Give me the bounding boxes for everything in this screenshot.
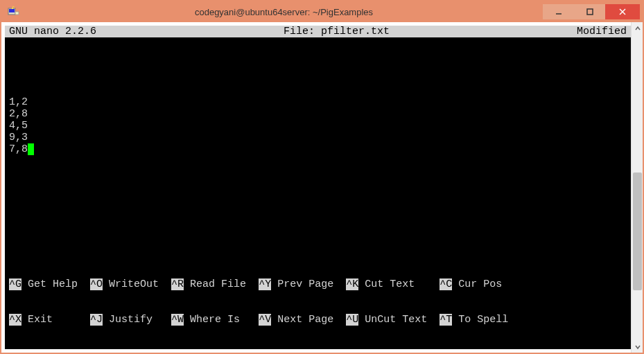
maximize-button[interactable]	[574, 4, 605, 19]
nano-header: GNU nano 2.2.6 File: pfilter.txt Modifie…	[5, 26, 631, 37]
shortcut-key: ^U	[346, 314, 358, 326]
shortcut-key: ^G	[9, 278, 21, 290]
titlebar[interactable]: codegyani@ubuntu64server: ~/PigExamples	[1, 1, 643, 22]
terminal[interactable]: GNU nano 2.2.6 File: pfilter.txt Modifie…	[5, 26, 631, 349]
shortcut-key: ^K	[346, 278, 358, 290]
shortcut-label: Exit	[21, 314, 90, 326]
editor-line: 2,8	[9, 108, 627, 120]
shortcut-key: ^J	[90, 314, 103, 326]
nano-modified: Modified	[577, 26, 627, 37]
shortcut-label: UnCut Text	[358, 314, 440, 326]
window-title: codegyani@ubuntu64server: ~/PigExamples	[25, 7, 543, 17]
shortcut-row: ^G Get Help ^O WriteOut ^R Read File ^Y …	[9, 278, 627, 290]
scrollbar-thumb[interactable]	[633, 172, 642, 290]
shortcut-label: Where Is	[184, 314, 259, 326]
scrollbar-track[interactable]	[632, 34, 643, 341]
shortcut-key: ^X	[9, 314, 21, 326]
window-controls	[543, 4, 640, 19]
nano-shortcuts: ^G Get Help ^O WriteOut ^R Read File ^Y …	[5, 255, 631, 349]
shortcut-label: Cut Text	[358, 278, 440, 290]
shortcut-label: Justify	[103, 314, 171, 326]
svg-rect-6	[587, 9, 593, 15]
window-frame: codegyani@ubuntu64server: ~/PigExamples …	[0, 0, 644, 354]
shortcut-key: ^R	[171, 278, 184, 290]
shortcut-label: Cur Pos	[452, 278, 521, 290]
minimize-button[interactable]	[543, 4, 574, 19]
svg-rect-2	[12, 8, 13, 9]
editor-line: 1,2	[9, 96, 627, 108]
shortcut-key: ^Y	[259, 278, 271, 290]
svg-rect-1	[9, 9, 15, 12]
shortcut-label: WriteOut	[103, 278, 171, 290]
svg-line-3	[12, 6, 15, 8]
editor-line: 7,8	[9, 143, 627, 155]
shortcut-label: Read File	[184, 278, 259, 290]
svg-rect-4	[15, 12, 19, 15]
shortcut-key: ^V	[259, 314, 271, 326]
shortcut-label: Get Help	[21, 278, 90, 290]
shortcut-row: ^X Exit ^J Justify ^W Where Is ^V Next P…	[9, 314, 627, 326]
shortcut-key: ^W	[171, 314, 184, 326]
editor-line: 9,3	[9, 132, 627, 143]
shortcut-label: Prev Page	[271, 278, 346, 290]
shortcut-label: To Spell	[452, 314, 521, 326]
client-area: GNU nano 2.2.6 File: pfilter.txt Modifie…	[1, 22, 643, 353]
scroll-down-button[interactable]	[632, 341, 643, 353]
close-button[interactable]	[605, 4, 640, 19]
nano-filename: File: pfilter.txt	[96, 26, 577, 37]
putty-icon	[7, 6, 19, 18]
shortcut-key: ^C	[440, 278, 452, 290]
shortcut-key: ^T	[440, 314, 452, 326]
scroll-up-button[interactable]	[632, 22, 643, 34]
shortcut-label: Next Page	[271, 314, 346, 326]
editor-body[interactable]: 1,22,84,59,37,8	[5, 37, 631, 179]
editor-line: 4,5	[9, 120, 627, 132]
shortcut-key: ^O	[90, 278, 103, 290]
scrollbar[interactable]	[631, 22, 643, 353]
cursor	[28, 143, 34, 155]
nano-version: GNU nano 2.2.6	[9, 26, 96, 37]
